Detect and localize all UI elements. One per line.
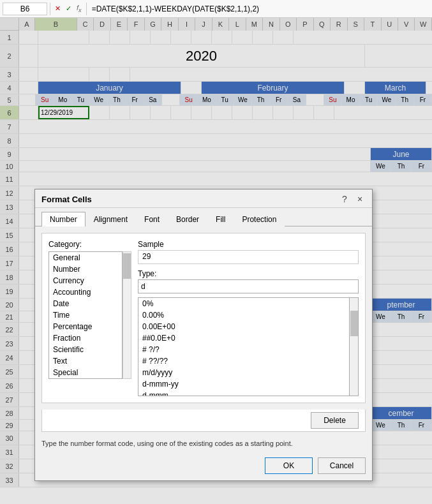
spreadsheet: A B C D E F G H I J K L M N O P Q R S T … (0, 18, 432, 504)
dialog-title: Format Cells (41, 195, 92, 204)
type-item-0pct[interactable]: 0% (138, 298, 349, 309)
tab-border[interactable]: Border (168, 212, 207, 226)
category-scroll-area: General Number Currency Accounting Date … (48, 251, 131, 379)
type-item-exp[interactable]: 0.00E+00 (138, 321, 349, 332)
type-item-dmmmy[interactable]: d-mmm-yy (138, 378, 349, 390)
formula-bar-sep2 (86, 3, 87, 15)
type-list[interactable]: 0% 0.00% 0.00E+00 ##0.0E+0 # ?/? # ??/??… (138, 297, 350, 396)
dialog-titlebar: Format Cells ? × (35, 189, 372, 208)
type-label: Type: (138, 269, 359, 278)
category-scroll-thumb[interactable] (123, 253, 131, 279)
dialog-help-button[interactable]: ? (339, 193, 350, 205)
cat-fraction[interactable]: Fraction (49, 332, 122, 344)
dialog-close-button[interactable]: × (354, 193, 366, 205)
type-scroll-thumb[interactable] (350, 311, 358, 336)
type-scrollbar[interactable] (350, 297, 359, 396)
type-item-000pct[interactable]: 0.00% (138, 309, 349, 321)
category-panel: Category: General Number Currency Accoun… (48, 240, 131, 396)
cat-general[interactable]: General (49, 252, 122, 263)
formula-bar-separator (50, 3, 50, 15)
insert-function-icon[interactable]: fx (75, 4, 84, 13)
sample-label: Sample (138, 240, 359, 249)
tab-protection[interactable]: Protection (234, 212, 285, 226)
category-list[interactable]: General Number Currency Accounting Date … (48, 251, 123, 379)
type-item-frac1[interactable]: # ?/? (138, 344, 349, 355)
delete-row: Delete (41, 410, 366, 432)
cancel-formula-icon[interactable]: ✕ (53, 4, 63, 13)
cat-percentage[interactable]: Percentage (49, 321, 122, 332)
cat-currency[interactable]: Currency (49, 275, 122, 286)
format-cells-dialog: Format Cells ? × Number Alignment Font B… (34, 189, 373, 481)
formula-input[interactable]: =DATE($K$2,1,1)-WEEKDAY(DATE($K$2,1,1),2… (89, 3, 429, 15)
type-item-engexp[interactable]: ##0.0E+0 (138, 332, 349, 344)
type-item-mdy[interactable]: m/d/yyyy (138, 367, 349, 378)
cat-special[interactable]: Special (49, 367, 122, 378)
dialog-main-section: Category: General Number Currency Accoun… (48, 240, 359, 396)
category-label: Category: (48, 240, 131, 249)
cat-text[interactable]: Text (49, 355, 122, 367)
cell-reference-box[interactable]: B6 (3, 3, 47, 15)
cat-accounting[interactable]: Accounting (49, 286, 122, 298)
cat-date[interactable]: Date (49, 298, 122, 309)
formula-bar: B6 ✕ ✓ fx =DATE($K$2,1,1)-WEEKDAY(DATE($… (0, 0, 432, 18)
cat-time[interactable]: Time (49, 309, 122, 321)
tab-font[interactable]: Font (136, 212, 168, 226)
dialog-controls: ? × (339, 193, 366, 205)
sample-value: 29 (138, 250, 359, 264)
cat-number[interactable]: Number (49, 263, 122, 275)
cat-custom[interactable]: Custom (49, 378, 122, 379)
cancel-button[interactable]: Cancel (318, 457, 366, 474)
dialog-body: Category: General Number Currency Accoun… (41, 233, 366, 403)
cat-scientific[interactable]: Scientific (49, 344, 122, 355)
right-panel: Sample 29 Type: 0% 0.00% 0.00E+00 ##0.0E… (138, 240, 359, 396)
type-input[interactable] (138, 279, 359, 293)
dialog-hint: Type the number format code, using one o… (35, 434, 372, 452)
dialog-footer: OK Cancel (35, 452, 372, 480)
type-list-wrapper: 0% 0.00% 0.00E+00 ##0.0E+0 # ?/? # ??/??… (138, 297, 359, 396)
tab-number[interactable]: Number (41, 212, 86, 226)
category-scrollbar[interactable] (123, 251, 131, 379)
type-item-dmmm[interactable]: d-mmm (138, 390, 349, 396)
delete-button[interactable]: Delete (311, 412, 359, 429)
type-item-frac2[interactable]: # ??/?? (138, 355, 349, 367)
tab-fill[interactable]: Fill (207, 212, 234, 226)
confirm-formula-icon[interactable]: ✓ (64, 4, 73, 13)
tab-bar: Number Alignment Font Border Fill Protec… (35, 208, 372, 226)
ok-button[interactable]: OK (265, 457, 313, 474)
tab-alignment[interactable]: Alignment (86, 212, 136, 226)
